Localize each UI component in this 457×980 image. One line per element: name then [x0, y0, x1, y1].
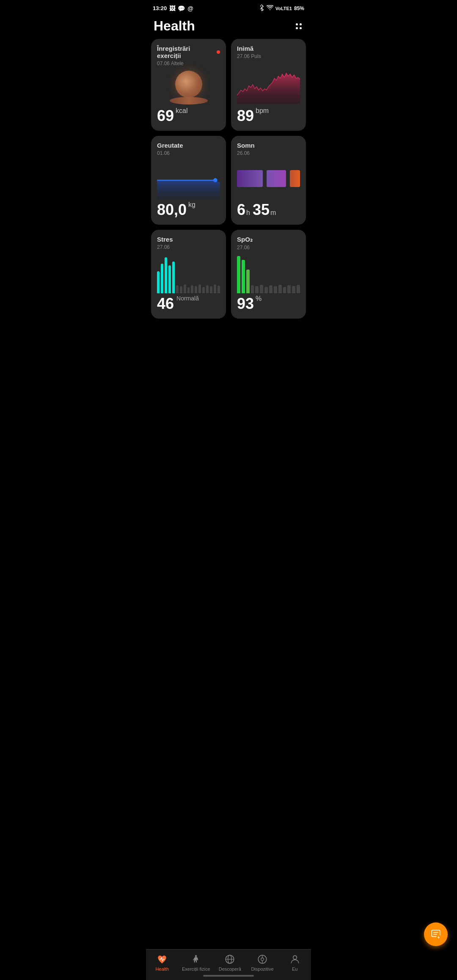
sun-ground: [170, 97, 208, 105]
exercise-nav-icon: [190, 954, 201, 965]
weight-line-container: [157, 174, 220, 199]
exercise-card-subtitle: 07.06 Altele: [157, 61, 220, 66]
sun-graphic: [168, 71, 210, 105]
header: Health: [146, 15, 311, 39]
nav-label-exercise: Exerciții fizice: [182, 966, 210, 972]
nav-item-devices[interactable]: Dispozitive: [250, 954, 275, 972]
svg-point-15: [293, 955, 297, 959]
weight-value-row: 80,0 kg: [157, 201, 220, 219]
heart-chart: [237, 59, 300, 107]
bottom-indicator: [203, 975, 254, 977]
sleep-card-title: Somn: [237, 142, 300, 149]
sleep-m-unit: m: [270, 209, 276, 217]
sun-circle: [175, 71, 202, 98]
weight-line-svg: [157, 174, 220, 199]
signal-icon: VoLTE1: [275, 6, 292, 11]
exercise-unit: kcal: [176, 107, 187, 115]
nav-label-health: Health: [155, 966, 169, 972]
more-menu-button[interactable]: [294, 22, 303, 31]
heart-card[interactable]: Inimă 27.06 Puls 89 bpm: [231, 39, 306, 131]
nav-label-devices: Dispozitive: [251, 966, 273, 972]
heart-unit: bpm: [256, 107, 269, 115]
heart-card-title: Inimă: [237, 45, 300, 52]
stress-value: 46: [157, 295, 174, 313]
devices-nav-icon: [257, 954, 268, 965]
weight-chart: [157, 156, 220, 201]
weight-card-title: Greutate: [157, 142, 220, 149]
weight-unit: kg: [188, 201, 195, 209]
sleep-h-unit: h: [246, 209, 250, 217]
exercise-notification-dot: [217, 50, 220, 54]
heart-value-row: 89 bpm: [237, 107, 300, 125]
photo-icon: 🖼: [169, 5, 175, 12]
cards-grid: Înregistrări exerciții 07.06 Altele 69 k…: [146, 39, 311, 324]
sleep-card[interactable]: Somn 26.06 6 h 35 m: [231, 136, 306, 225]
heart-svg: [237, 66, 300, 104]
spo2-unit: %: [256, 295, 262, 303]
sleep-bars: [237, 170, 300, 187]
exercise-card[interactable]: Înregistrări exerciții 07.06 Altele 69 k…: [151, 39, 226, 131]
spo2-card-title: SpO₂: [237, 236, 300, 243]
nav-item-profile[interactable]: Eu: [282, 954, 308, 972]
nav-item-health[interactable]: Health: [149, 954, 175, 972]
spo2-value: 93: [237, 295, 254, 313]
status-bar: 13:20 🖼 💬 @ VoLTE1 85%: [146, 0, 311, 15]
nav-item-discover[interactable]: Descoperă: [217, 954, 242, 972]
exercise-value-row: 69 kcal: [157, 107, 220, 125]
profile-nav-icon: [289, 954, 300, 965]
weight-card-subtitle: 01.06: [157, 150, 220, 156]
sleep-minutes: 35: [253, 201, 270, 219]
exercise-card-title: Înregistrări exerciții: [157, 45, 220, 59]
spo2-card-subtitle: 27.06: [237, 245, 300, 251]
nav-label-profile: Eu: [292, 966, 297, 972]
battery-icon: 85%: [294, 6, 304, 11]
page-title: Health: [154, 18, 195, 34]
discover-nav-icon: [224, 954, 235, 965]
at-icon: @: [187, 5, 193, 12]
stress-value-row: 46 Normală: [157, 295, 220, 313]
bluetooth-icon: [259, 4, 264, 12]
whatsapp-icon: 💬: [178, 5, 185, 12]
weight-card[interactable]: Greutate 01.06 80,0 kg: [151, 136, 226, 225]
weight-value: 80,0: [157, 201, 187, 219]
status-right: VoLTE1 85%: [259, 4, 304, 12]
status-left: 13:20 🖼 💬 @: [153, 5, 193, 12]
wifi-icon: [267, 5, 273, 11]
spo2-card[interactable]: SpO₂ 27.06 93 %: [231, 230, 306, 319]
svg-point-12: [261, 958, 264, 961]
stress-unit: Normală: [176, 295, 199, 302]
heart-card-subtitle: 27.06 Puls: [237, 53, 300, 59]
stress-card-title: Stres: [157, 236, 220, 243]
sleep-hours: 6: [237, 201, 245, 219]
exercise-visual: [157, 66, 220, 107]
spo2-chart: [237, 251, 300, 295]
health-nav-icon: [157, 954, 168, 965]
sleep-value-row: 6 h 35 m: [237, 201, 300, 219]
svg-point-7: [195, 955, 197, 957]
spo2-value-row: 93 %: [237, 295, 300, 313]
nav-label-discover: Descoperă: [219, 966, 241, 972]
stress-card[interactable]: Stres 27.06 46 Normală: [151, 230, 226, 319]
stress-chart: [157, 250, 220, 295]
exercise-value: 69: [157, 107, 174, 125]
sleep-chart: [237, 156, 300, 201]
nav-item-exercise[interactable]: Exerciții fizice: [182, 954, 210, 972]
stress-card-subtitle: 27.06: [157, 244, 220, 250]
sleep-card-subtitle: 26.06: [237, 150, 300, 156]
heart-value: 89: [237, 107, 254, 125]
time: 13:20: [153, 5, 167, 11]
more-dots-icon: [296, 23, 302, 29]
